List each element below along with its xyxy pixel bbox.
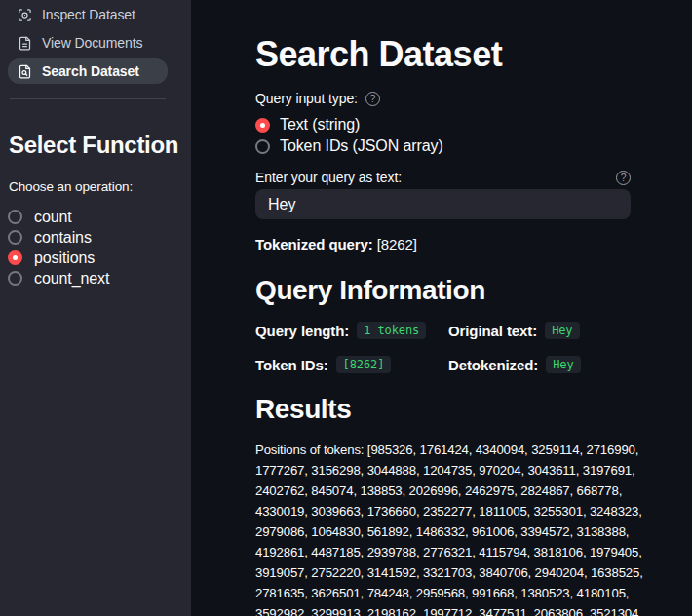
sidebar: Inspect Dataset View Documents Search Da… [0,0,191,616]
radio-button-selected[interactable] [255,118,270,133]
query-text-label: Enter your query as text: [255,170,402,185]
field-query-length: Query length: 1 tokens [255,321,448,340]
radio-button[interactable] [8,230,22,245]
radio-button-selected[interactable] [8,250,22,265]
radio-button[interactable] [255,139,270,154]
tokenized-query-line: Tokenized query: [8262] [255,236,631,252]
query-text-input[interactable] [255,189,631,219]
results-heading: Results [255,395,631,424]
code-badge: [8262] [336,356,392,373]
radio-button[interactable] [8,271,22,286]
sidebar-divider [10,98,166,99]
query-info-grid: Query length: 1 tokens Original text: He… [255,321,631,374]
query-information-heading: Query Information [255,276,631,305]
query-input-type-label: Query input type: [255,91,358,106]
sidebar-item-inspect-dataset[interactable]: Inspect Dataset [8,2,168,27]
sidebar-item-label: View Documents [42,35,142,51]
sidebar-item-label: Search Dataset [42,63,139,79]
tokenized-query-value: [8262] [377,236,417,252]
radio-label: Text (string) [280,116,360,134]
code-badge: Hey [545,322,579,339]
radio-label: count [34,209,72,226]
radio-label: Token IDs (JSON array) [280,137,443,155]
page-title: Search Dataset [255,35,631,74]
field-detokenized: Detokenized: Hey [448,355,631,374]
operation-radio-group: count contains positions count_next [8,207,191,289]
field-label: Original text: [448,323,537,339]
help-icon[interactable]: ? [365,92,380,106]
operation-label: Choose an operation: [9,179,191,194]
field-original-text: Original text: Hey [448,321,631,340]
code-badge: Hey [546,356,580,373]
radio-option-text-string[interactable]: Text (string) [255,114,631,135]
sidebar-item-search-dataset[interactable]: Search Dataset [8,58,168,84]
help-icon[interactable]: ? [616,171,631,185]
sidebar-nav: Inspect Dataset View Documents Search Da… [0,2,191,84]
field-token-ids: Token IDs: [8262] [255,355,448,374]
radio-button[interactable] [8,210,22,224]
radio-option-count-next[interactable]: count_next [8,268,191,289]
radio-option-positions[interactable]: positions [8,248,191,268]
field-label: Detokenized: [448,357,538,373]
radio-label: count_next [34,270,109,288]
main-content: Search Dataset Query input type: ? Text … [191,0,692,616]
radio-option-token-ids[interactable]: Token IDs (JSON array) [255,135,631,157]
radio-option-count[interactable]: count [8,207,191,227]
document-icon [18,36,32,51]
sidebar-item-label: Inspect Dataset [42,7,135,22]
field-label: Query length: [255,323,349,339]
inspect-icon [18,8,32,22]
field-label: Token IDs: [255,357,328,373]
tokenized-query-label: Tokenized query: [255,236,373,252]
sidebar-heading: Select Function [9,132,191,159]
radio-label: contains [34,229,92,247]
query-input-type-radio-group: Text (string) Token IDs (JSON array) [255,114,631,157]
code-badge: 1 tokens [357,322,426,339]
file-search-icon [18,64,32,79]
radio-label: positions [34,250,95,267]
positions-output: Positions of tokens: [985326, 1761424, 4… [255,440,670,616]
sidebar-item-view-documents[interactable]: View Documents [8,30,168,56]
radio-option-contains[interactable]: contains [8,227,191,248]
